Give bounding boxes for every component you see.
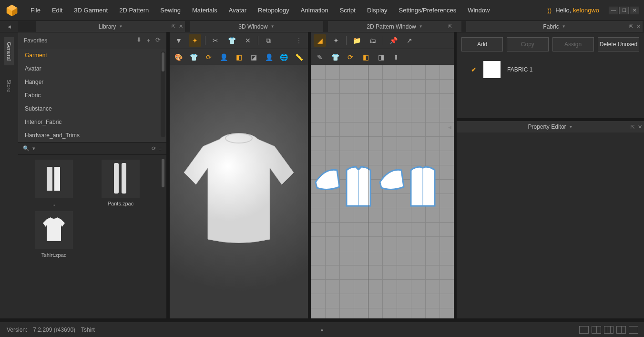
list-view-icon[interactable]: ≡ (159, 146, 162, 152)
layout-2col-icon[interactable] (592, 326, 601, 334)
layout-single-icon[interactable] (579, 326, 589, 334)
measure-icon[interactable]: ✕ (242, 34, 254, 47)
tab-fabric[interactable]: Fabric▼ ⇱ ✕ (466, 21, 643, 32)
popout-icon[interactable]: ⇱ (448, 24, 452, 29)
garment-icon[interactable]: 👕 (188, 51, 200, 63)
refresh-icon[interactable]: ⟳ (203, 51, 215, 63)
svg-rect-4 (54, 167, 60, 191)
side-tab-store[interactable]: Store (4, 75, 14, 97)
tab-property-editor[interactable]: Property Editor▼ ⇱ ✕ (457, 121, 644, 133)
window-minimize[interactable]: ― (609, 7, 618, 14)
menu-materials[interactable]: Materials (187, 4, 222, 17)
menu-2d-pattern[interactable]: 2D Pattern (114, 4, 153, 17)
refresh-icon[interactable]: ⟳ (152, 145, 156, 152)
download-icon[interactable]: ⬇ (136, 36, 142, 45)
category-hanger[interactable]: Hanger (18, 75, 166, 89)
close-icon[interactable]: ✕ (179, 23, 183, 30)
favorites-header: Favorites ⬇ ＋ ⟳ (18, 32, 166, 49)
search-icon[interactable]: 🔍 (23, 145, 30, 152)
menu-avatar[interactable]: Avatar (224, 4, 251, 17)
category-scrollbar[interactable] (161, 51, 165, 137)
collapse-icon[interactable]: ◀ (448, 125, 451, 130)
list-item[interactable]: Pants.zpac (90, 160, 152, 206)
surface-icon[interactable]: ◧ (233, 51, 245, 63)
arrange-icon[interactable]: 👕 (225, 34, 238, 47)
transform-icon[interactable]: ✦ (330, 34, 342, 47)
shirt-icon[interactable]: 👕 (329, 51, 341, 63)
viewport-2d: ◢ ✦ 📁 🗂 📌 ↗ ✎ 👕 ⟳ ◧ ◨ ⬆ (311, 32, 454, 318)
window-close[interactable]: ✕ (630, 7, 639, 14)
window-maximize[interactable]: ☐ (619, 7, 629, 14)
popout-icon[interactable]: ⇱ (629, 24, 633, 29)
side-tab-general[interactable]: General (4, 37, 14, 65)
expand-up-icon[interactable]: ▲ (320, 327, 325, 332)
category-substance[interactable]: Substance (18, 102, 166, 115)
fabric-copy-button[interactable]: Copy (507, 37, 548, 51)
library-filter-bar: 🔍 ▾ ⟳ ≡ (18, 142, 166, 155)
panel-icon[interactable]: ◧ (359, 51, 372, 63)
tab-library[interactable]: Library▼ ⇱ ✕ (36, 21, 185, 32)
close-icon[interactable]: ✕ (638, 124, 642, 130)
viewport-2d-canvas[interactable] (311, 65, 454, 318)
tab-3d-window[interactable]: 3D Window▼ (190, 21, 323, 32)
upload-icon[interactable]: ⬆ (390, 51, 402, 63)
menu-animation[interactable]: Animation (296, 4, 333, 17)
list-item[interactable]: Tshirt.zpac (23, 211, 85, 258)
fabric-delete-button[interactable]: Delete Unused (598, 37, 639, 51)
menu-window[interactable]: Window (463, 4, 494, 17)
pin-icon[interactable]: ✂ (209, 34, 222, 47)
category-interior-fabric[interactable]: Interior_Fabric (18, 115, 166, 129)
popout-icon[interactable]: ⇱ (172, 24, 175, 29)
shadow-icon[interactable]: ◪ (248, 51, 260, 63)
greeting: Hello, kelongwo (555, 7, 599, 14)
viewport-3d-canvas[interactable] (170, 65, 308, 318)
edit-pattern-icon[interactable]: ◢ (314, 34, 326, 47)
pen-icon[interactable]: ✎ (314, 51, 326, 63)
list-item[interactable]: .. (23, 160, 85, 206)
folder-icon[interactable]: 📁 (350, 34, 363, 47)
layout-full-icon[interactable] (629, 326, 638, 334)
category-garment[interactable]: Garment (18, 49, 166, 62)
simulate-icon[interactable]: ▼ (173, 34, 185, 47)
thumbnail-scrollbar[interactable] (161, 158, 165, 313)
menu-file[interactable]: File (26, 4, 45, 17)
menu-sewing[interactable]: Sewing (155, 4, 185, 17)
category-fabric[interactable]: Fabric (18, 89, 166, 102)
avatar-icon[interactable]: 👤 (263, 51, 275, 63)
fold-icon[interactable]: ⧉ (262, 34, 275, 47)
filter-dropdown-icon[interactable]: ▾ (32, 145, 35, 152)
category-hardware-trims[interactable]: Hardware_and_Trims (18, 129, 166, 142)
tab-2d-window[interactable]: 2D Pattern Window▼ ⇱ (328, 21, 461, 32)
menu-retopology[interactable]: Retopology (253, 4, 294, 17)
free-sewing-icon[interactable]: ↗ (403, 34, 416, 47)
library-thumbnails: .. Pants.zpac Tshirt.zpac (18, 155, 166, 318)
sewing-icon[interactable]: 📌 (387, 34, 399, 47)
fabric-assign-button[interactable]: Assign (552, 37, 594, 51)
refresh-icon[interactable]: ⟳ (155, 36, 161, 45)
menu-edit[interactable]: Edit (47, 4, 67, 17)
close-icon[interactable]: ✕ (636, 23, 641, 30)
popout-icon[interactable]: ⇱ (631, 124, 634, 130)
menu-3d-garment[interactable]: 3D Garment (69, 4, 112, 17)
category-avatar[interactable]: Avatar (18, 62, 166, 75)
add-icon[interactable]: ＋ (145, 36, 152, 45)
status-bar: Version: 7.2.209 (r43690) Tshirt ▲ (0, 322, 644, 337)
fabric-add-button[interactable]: Add (461, 37, 503, 51)
texture-icon[interactable]: 🎨 (173, 51, 185, 63)
shelf-2d: ✎ 👕 ⟳ ◧ ◨ ⬆ (311, 49, 454, 65)
menu-display[interactable]: Display (362, 4, 392, 17)
sync-icon[interactable]: ⟳ (344, 51, 357, 63)
ruler-icon[interactable]: 📏 (293, 51, 306, 63)
select-move-icon[interactable]: ✦ (189, 34, 201, 47)
layout-3col-icon[interactable] (604, 326, 613, 334)
panel2-icon[interactable]: ◨ (375, 51, 387, 63)
handle-icon[interactable]: ⋮ (293, 34, 305, 47)
collapse-icon[interactable]: ◀ (8, 24, 11, 29)
menu-script[interactable]: Script (335, 4, 360, 17)
folders-icon[interactable]: 🗂 (367, 34, 379, 47)
layout-grid-icon[interactable] (616, 326, 626, 334)
fabric-list-item[interactable]: ✔ FABRIC 1 (471, 61, 630, 78)
menu-settings[interactable]: Settings/Preferences (394, 4, 461, 17)
globe-icon[interactable]: 🌐 (278, 51, 290, 63)
avatar-show-icon[interactable]: 👤 (218, 51, 230, 63)
